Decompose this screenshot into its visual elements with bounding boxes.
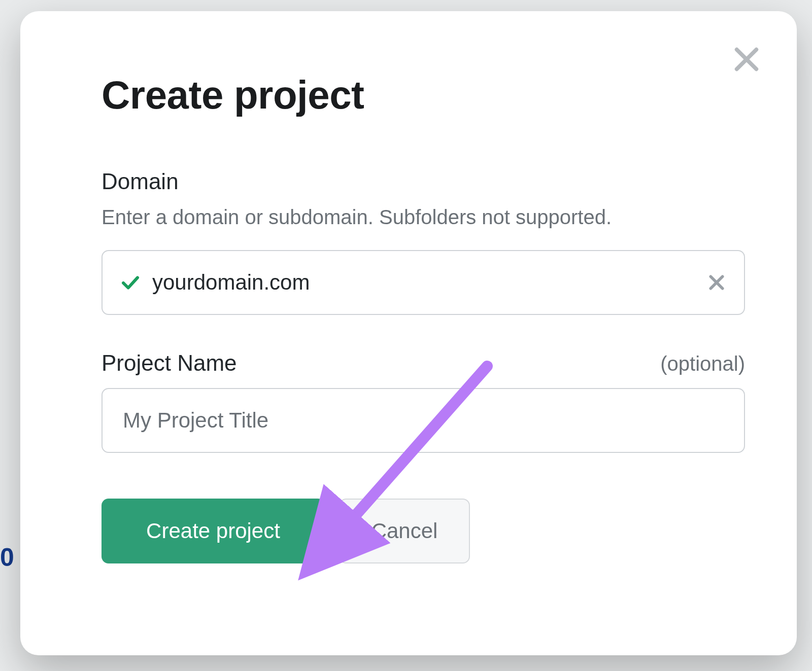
domain-field-block: Domain Enter a domain or subdomain. Subf…	[101, 169, 716, 315]
domain-help-text: Enter a domain or subdomain. Subfolders …	[101, 203, 716, 231]
project-name-field-block: Project Name (optional)	[101, 350, 716, 453]
create-project-modal: Create project Domain Enter a domain or …	[20, 11, 797, 655]
clear-domain-button[interactable]	[706, 272, 727, 293]
domain-input[interactable]	[152, 270, 688, 295]
x-icon	[706, 272, 727, 293]
check-icon	[120, 272, 141, 293]
close-button[interactable]	[729, 42, 764, 77]
cancel-button[interactable]: Cancel	[339, 499, 470, 563]
domain-label: Domain	[101, 169, 716, 194]
button-row: Create project Cancel	[101, 499, 716, 563]
project-name-label-row: Project Name (optional)	[101, 350, 745, 376]
background-partial-number: 0	[0, 543, 14, 572]
project-name-input-wrap[interactable]	[101, 388, 745, 453]
close-icon	[732, 45, 761, 74]
modal-title: Create project	[101, 72, 716, 118]
domain-input-wrap[interactable]	[101, 250, 745, 315]
project-name-input[interactable]	[123, 408, 724, 433]
project-name-optional: (optional)	[660, 352, 745, 375]
create-project-button[interactable]: Create project	[101, 499, 325, 563]
project-name-label: Project Name	[101, 350, 237, 376]
